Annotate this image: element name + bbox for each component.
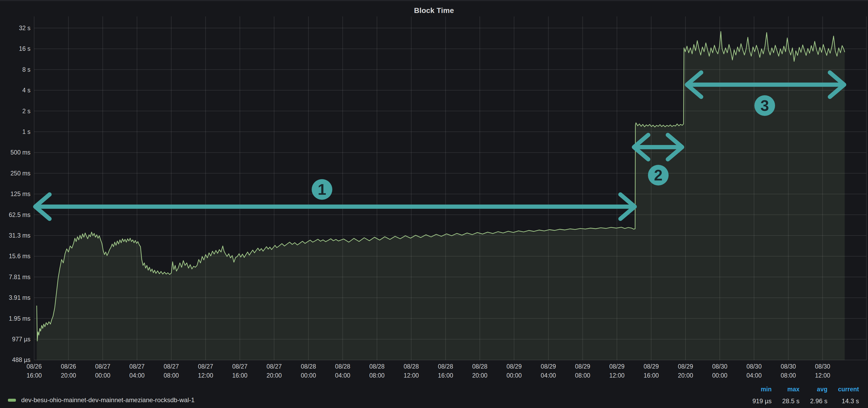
x-tick-time: 20:00: [472, 372, 488, 379]
x-tick-date: 08/30: [746, 363, 762, 370]
x-tick-date: 08/29: [609, 363, 625, 370]
x-tick-time: 00:00: [301, 372, 316, 379]
annotation-number: 2: [654, 166, 662, 183]
x-tick-time: 04:00: [129, 372, 145, 379]
x-tick-time: 08:00: [781, 372, 796, 379]
y-tick-label: 4 s: [22, 87, 30, 94]
x-tick-time: 20:00: [678, 372, 693, 379]
x-tick-date: 08/26: [27, 363, 42, 370]
x-tick-date: 08/29: [575, 363, 590, 370]
y-tick-label: 3.91 ms: [9, 294, 30, 301]
x-tick-time: 04:00: [541, 372, 556, 379]
x-tick-time: 00:00: [95, 372, 111, 379]
x-tick-date: 08/29: [541, 363, 556, 370]
x-tick-time: 00:00: [506, 372, 522, 379]
x-tick-time: 16:00: [438, 372, 453, 379]
y-tick-label: 16 s: [19, 45, 30, 52]
y-tick-label: 32 s: [19, 25, 30, 32]
x-tick-date: 08/28: [472, 363, 488, 370]
y-tick-label: 977 µs: [12, 336, 30, 343]
x-tick-date: 08/27: [129, 363, 145, 370]
x-tick-date: 08/30: [815, 363, 830, 370]
y-tick-label: 1 s: [22, 128, 30, 135]
y-tick-label: 7.81 ms: [9, 274, 30, 280]
x-tick-date: 08/27: [232, 363, 248, 370]
y-tick-label: 15.6 ms: [9, 253, 30, 260]
x-tick-date: 08/26: [61, 363, 76, 370]
x-tick-time: 12:00: [815, 372, 830, 379]
stat-max-value: 28.5 s: [782, 398, 799, 405]
x-tick-time: 20:00: [267, 372, 282, 379]
x-tick-time: 16:00: [232, 372, 248, 379]
x-tick-date: 08/27: [198, 363, 213, 370]
legend: dev-besu-ohio-mainnet-dev-mainnet-amezia…: [8, 396, 195, 404]
x-tick-time: 12:00: [404, 372, 419, 379]
x-tick-date: 08/28: [369, 363, 385, 370]
x-tick-time: 12:00: [609, 372, 625, 379]
x-tick-date: 08/28: [438, 363, 453, 370]
stat-min: min 919 µs: [752, 386, 772, 405]
stat-current-header: current: [838, 386, 859, 393]
x-tick-time: 16:00: [644, 372, 659, 379]
x-tick-date: 08/28: [301, 363, 316, 370]
y-tick-label: 62.5 ms: [9, 211, 30, 218]
x-tick-date: 08/29: [644, 363, 659, 370]
grafana-panel: Block Time 32 s16 s8 s4 s2 s1 s500 ms250…: [0, 0, 868, 408]
x-tick-time: 08:00: [575, 372, 590, 379]
stat-avg-value: 2.96 s: [810, 398, 827, 405]
x-tick-date: 08/28: [404, 363, 419, 370]
stat-avg: avg 2.96 s: [810, 386, 827, 405]
x-tick-date: 08/30: [712, 363, 727, 370]
stat-current: current 14.3 s: [838, 386, 859, 405]
stat-max: max 28.5 s: [782, 386, 799, 405]
y-tick-label: 31.3 ms: [9, 232, 30, 239]
x-tick-date: 08/29: [506, 363, 522, 370]
x-tick-date: 08/30: [781, 363, 796, 370]
legend-stats: min 919 µs max 28.5 s avg 2.96 s current…: [752, 386, 859, 405]
x-tick-date: 08/27: [164, 363, 179, 370]
stat-min-value: 919 µs: [752, 398, 772, 405]
y-tick-label: 1.95 ms: [9, 315, 30, 322]
series-legend-label[interactable]: dev-besu-ohio-mainnet-dev-mainnet-amezia…: [21, 396, 195, 404]
x-tick-time: 00:00: [712, 372, 727, 379]
x-tick-time: 20:00: [61, 372, 76, 379]
x-tick-date: 08/29: [678, 363, 693, 370]
annotation-number: 3: [761, 97, 769, 114]
x-tick-date: 08/27: [95, 363, 111, 370]
x-tick-time: 08:00: [164, 372, 179, 379]
y-tick-label: 8 s: [22, 66, 30, 73]
stat-current-value: 14.3 s: [842, 398, 859, 405]
y-tick-label: 125 ms: [10, 191, 30, 197]
y-tick-label: 500 ms: [10, 149, 30, 156]
x-tick-date: 08/28: [335, 363, 350, 370]
x-tick-time: 12:00: [198, 372, 213, 379]
y-tick-label: 250 ms: [10, 170, 30, 177]
x-tick-time: 04:00: [335, 372, 350, 379]
block-time-chart[interactable]: 32 s16 s8 s4 s2 s1 s500 ms250 ms125 ms62…: [0, 1, 868, 408]
x-tick-time: 08:00: [369, 372, 385, 379]
stat-min-header: min: [761, 386, 772, 393]
x-tick-time: 16:00: [27, 372, 42, 379]
x-tick-time: 04:00: [746, 372, 762, 379]
x-tick-date: 08/27: [267, 363, 282, 370]
series-color-swatch: [8, 399, 16, 402]
y-tick-label: 488 µs: [12, 356, 30, 363]
y-tick-label: 2 s: [22, 108, 30, 114]
stat-avg-header: avg: [817, 386, 828, 393]
stat-max-header: max: [787, 386, 799, 393]
annotation-number: 1: [318, 181, 326, 198]
